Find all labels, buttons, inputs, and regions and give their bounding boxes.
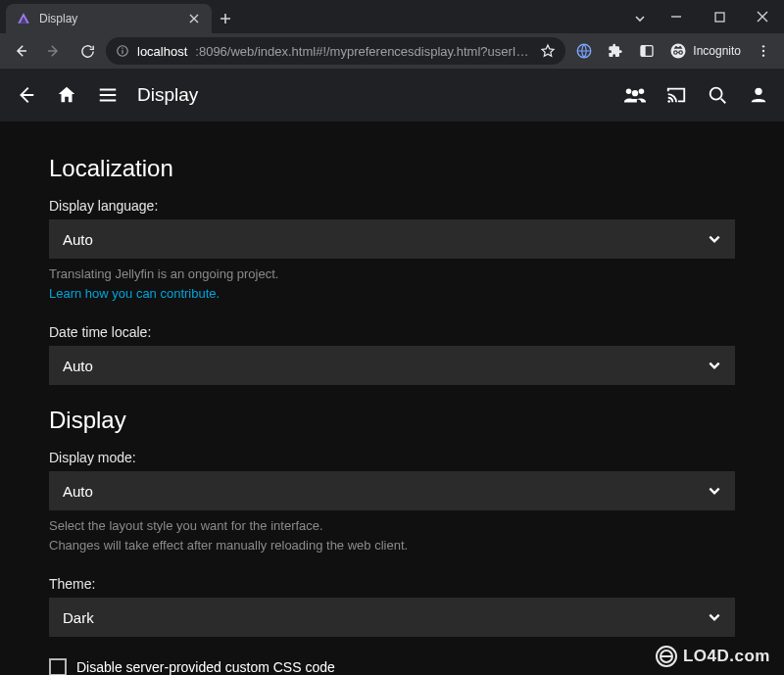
chevron-down-icon bbox=[708, 484, 721, 498]
localization-heading: Localization bbox=[49, 155, 735, 182]
app-back-button[interactable] bbox=[14, 83, 37, 107]
incognito-indicator[interactable]: Incognito bbox=[663, 42, 747, 60]
url-host: localhost bbox=[137, 44, 187, 59]
watermark: LO4D.com bbox=[656, 646, 770, 667]
app-header: Display bbox=[0, 69, 784, 121]
forward-button[interactable] bbox=[39, 36, 69, 66]
bookmark-icon[interactable] bbox=[540, 43, 556, 59]
back-button[interactable] bbox=[6, 36, 35, 66]
theme-field: Theme: Dark bbox=[49, 576, 735, 637]
svg-rect-3 bbox=[122, 48, 122, 49]
address-bar[interactable]: localhost:8096/web/index.html#!/myprefer… bbox=[106, 37, 565, 65]
incognito-label: Incognito bbox=[693, 44, 741, 58]
browser-globe-icon[interactable] bbox=[569, 36, 599, 66]
chevron-down-icon bbox=[708, 610, 721, 624]
locale-field: Date time locale: Auto bbox=[49, 324, 735, 385]
disable-css-label: Disable server-provided custom CSS code bbox=[76, 659, 335, 675]
svg-point-7 bbox=[671, 44, 686, 59]
svg-point-17 bbox=[710, 88, 722, 100]
locale-value: Auto bbox=[63, 358, 93, 374]
svg-point-16 bbox=[667, 100, 670, 103]
display-mode-field: Display mode: Auto Select the layout sty… bbox=[49, 450, 735, 554]
disable-css-checkbox-row[interactable]: Disable server-provided custom CSS code bbox=[49, 658, 735, 675]
svg-rect-2 bbox=[122, 50, 122, 54]
tab-title: Display bbox=[39, 12, 178, 25]
browser-menu-button[interactable] bbox=[749, 36, 778, 66]
chevron-down-icon bbox=[708, 359, 721, 372]
display-language-select[interactable]: Auto bbox=[49, 219, 735, 259]
jellyfin-favicon bbox=[16, 11, 31, 26]
svg-point-13 bbox=[626, 89, 632, 95]
cast-button[interactable] bbox=[664, 83, 688, 107]
svg-point-15 bbox=[632, 90, 638, 96]
tab-search-button[interactable] bbox=[625, 4, 655, 33]
panel-toggle-icon[interactable] bbox=[632, 36, 662, 66]
browser-tab[interactable]: Display bbox=[6, 4, 212, 33]
browser-toolbar: localhost:8096/web/index.html#!/myprefer… bbox=[0, 33, 784, 69]
svg-point-14 bbox=[639, 89, 645, 95]
close-tab-button[interactable] bbox=[186, 11, 202, 26]
hamburger-menu-button[interactable] bbox=[96, 83, 120, 107]
new-tab-button[interactable] bbox=[212, 4, 239, 33]
maximize-button[interactable] bbox=[698, 0, 741, 33]
display-mode-helper: Select the layout style you want for the… bbox=[49, 516, 735, 554]
incognito-icon bbox=[669, 42, 687, 60]
close-window-button[interactable] bbox=[741, 0, 784, 33]
theme-value: Dark bbox=[63, 609, 94, 626]
display-heading: Display bbox=[49, 407, 735, 434]
svg-point-18 bbox=[755, 88, 761, 95]
site-info-icon[interactable] bbox=[116, 44, 129, 58]
locale-select[interactable]: Auto bbox=[49, 346, 735, 385]
locale-label: Date time locale: bbox=[49, 324, 735, 340]
display-mode-value: Auto bbox=[63, 483, 93, 500]
page-title: Display bbox=[137, 84, 198, 106]
url-path: :8096/web/index.html#!/mypreferencesdisp… bbox=[195, 44, 532, 59]
checkbox-unchecked-icon[interactable] bbox=[49, 658, 67, 675]
display-language-field: Display language: Auto Translating Jelly… bbox=[49, 198, 735, 303]
extensions-icon[interactable] bbox=[601, 36, 630, 66]
theme-label: Theme: bbox=[49, 576, 735, 592]
user-menu-button[interactable] bbox=[747, 83, 770, 107]
svg-rect-0 bbox=[715, 13, 724, 22]
chevron-down-icon bbox=[708, 232, 721, 246]
settings-content: Localization Display language: Auto Tran… bbox=[0, 121, 784, 675]
svg-point-10 bbox=[762, 45, 764, 47]
reload-button[interactable] bbox=[73, 36, 102, 66]
display-mode-label: Display mode: bbox=[49, 450, 735, 465]
svg-rect-6 bbox=[641, 46, 646, 57]
window-titlebar: Display bbox=[0, 0, 784, 33]
window-controls bbox=[655, 0, 784, 33]
svg-point-11 bbox=[762, 50, 764, 52]
display-language-helper: Translating Jellyfin is an ongoing proje… bbox=[49, 265, 735, 303]
display-language-label: Display language: bbox=[49, 198, 735, 214]
search-button[interactable] bbox=[706, 83, 729, 107]
home-button[interactable] bbox=[55, 83, 78, 107]
svg-point-12 bbox=[762, 54, 764, 56]
globe-icon bbox=[656, 646, 677, 667]
display-language-value: Auto bbox=[63, 231, 93, 248]
display-mode-select[interactable]: Auto bbox=[49, 471, 735, 510]
minimize-button[interactable] bbox=[655, 0, 698, 33]
contribute-link[interactable]: Learn how you can contribute. bbox=[49, 286, 220, 301]
theme-select[interactable]: Dark bbox=[49, 598, 735, 637]
sync-play-button[interactable] bbox=[623, 83, 647, 107]
